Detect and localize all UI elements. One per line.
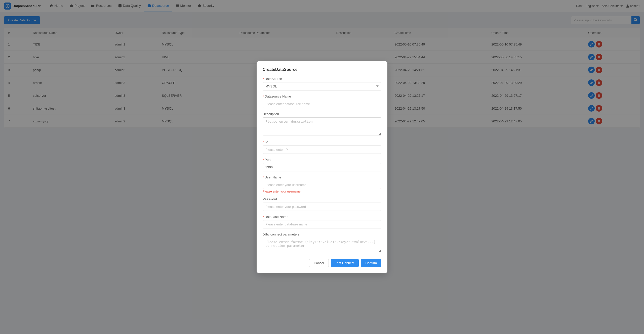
create-datasource-modal: CreateDataSource * DataSource MYSQL POST… xyxy=(257,61,387,132)
datasource-type-label: * DataSource xyxy=(263,77,381,81)
datasource-name-group: * Datasource Name xyxy=(263,94,381,108)
datasource-type-select[interactable]: MYSQL POSTGRESQL HIVE ORACLE SQLSERVER xyxy=(263,82,381,90)
required-star: * xyxy=(263,77,264,81)
description-input[interactable] xyxy=(263,117,381,132)
modal-title: CreateDataSource xyxy=(263,67,381,72)
modal-overlay[interactable]: CreateDataSource * DataSource MYSQL POST… xyxy=(0,0,644,132)
description-label: Description xyxy=(263,112,381,116)
required-star-2: * xyxy=(263,94,264,98)
datasource-type-group: * DataSource MYSQL POSTGRESQL HIVE ORACL… xyxy=(263,77,381,90)
datasource-name-input[interactable] xyxy=(263,100,381,108)
datasource-name-label: * Datasource Name xyxy=(263,94,381,98)
description-group: Description xyxy=(263,112,381,132)
